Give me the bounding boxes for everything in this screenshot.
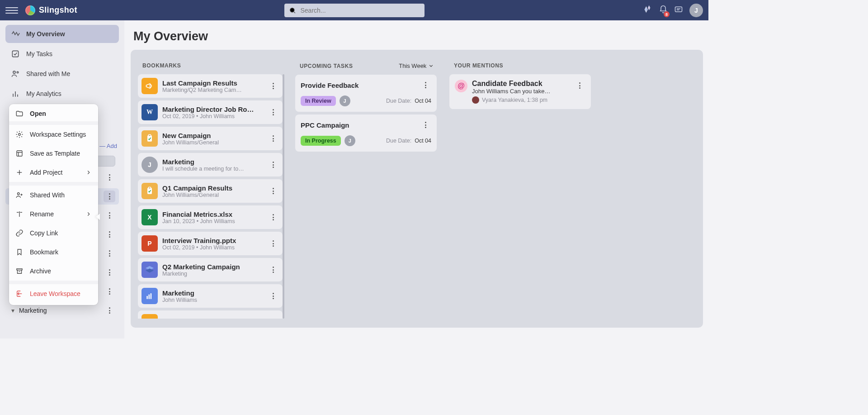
bookmark-more-button[interactable] bbox=[267, 238, 279, 249]
bookmark-subtitle: Oct 02, 2019 • John Williams bbox=[162, 244, 263, 251]
search-input-container[interactable] bbox=[284, 4, 425, 17]
bookmark-item[interactable]: WMarketing Director Job Ro…Oct 02, 2019 … bbox=[138, 100, 283, 124]
user-avatar[interactable]: J bbox=[689, 4, 703, 17]
bookmarks-list[interactable]: Last Campaign ResultsMarketing/Q2 Market… bbox=[138, 74, 284, 319]
bookmark-subtitle: John Williams/General bbox=[162, 139, 263, 146]
context-menu-rename[interactable]: Rename bbox=[9, 205, 98, 224]
context-menu-add-project[interactable]: Add Project bbox=[9, 163, 98, 182]
context-menu-open[interactable]: Open bbox=[9, 106, 98, 125]
workspace-more-button[interactable] bbox=[104, 248, 115, 259]
file-type-icon bbox=[142, 78, 158, 94]
bookmark-title: Financial Metrics.xlsx bbox=[162, 210, 263, 218]
brand[interactable]: Slingshot bbox=[25, 5, 77, 15]
sidebar-item-tasks[interactable]: My Tasks bbox=[5, 45, 119, 63]
svg-marker-31 bbox=[146, 268, 154, 272]
chevron-right-icon bbox=[85, 211, 92, 217]
task-assignee-avatar[interactable]: J bbox=[340, 95, 350, 106]
file-type-icon bbox=[142, 288, 158, 304]
sidebar-item-label: My Overview bbox=[26, 30, 65, 38]
bookmark-more-button[interactable] bbox=[267, 133, 279, 144]
messages-icon[interactable] bbox=[674, 5, 683, 15]
bookmark-item[interactable]: JMarketingI will schedule a meeting for … bbox=[138, 153, 283, 176]
bookmark-item[interactable]: Q2 Marketing CampaignMarketing bbox=[138, 258, 283, 281]
brand-label: Slingshot bbox=[39, 5, 77, 15]
workspace-more-button[interactable] bbox=[104, 172, 115, 183]
ai-sparkle-icon[interactable] bbox=[642, 5, 652, 16]
bookmark-more-button[interactable] bbox=[267, 264, 279, 276]
file-type-icon: P bbox=[142, 235, 158, 252]
context-menu-copy-link[interactable]: Copy Link bbox=[9, 224, 98, 243]
sidebar-item-analytics[interactable]: My Analytics bbox=[5, 85, 119, 103]
mention-item[interactable]: @Candidate FeedbackJohn Williams Can you… bbox=[449, 74, 591, 109]
context-menu-bookmark[interactable]: Bookmark bbox=[9, 243, 98, 262]
svg-rect-5 bbox=[12, 51, 18, 57]
sidebar-item-overview[interactable]: My Overview bbox=[5, 25, 119, 43]
bookmark-item[interactable]: XFinancial Metrics.xlsxJan 10, 2023 • Jo… bbox=[138, 205, 283, 229]
context-menu-save-template[interactable]: Save as Template bbox=[9, 144, 98, 163]
bookmark-item[interactable]: MarketingJohn Williams bbox=[138, 284, 283, 308]
svg-point-17 bbox=[18, 193, 20, 195]
mention-meta: Vyara Yanakieva, 1:38 pm bbox=[472, 96, 569, 104]
file-type-icon: J bbox=[142, 157, 158, 173]
bookmark-subtitle: I will schedule a meeting for to… bbox=[162, 166, 263, 172]
bookmark-more-button[interactable] bbox=[267, 185, 279, 197]
bookmark-title: Marketing Director Job Ro… bbox=[162, 105, 263, 113]
task-more-button[interactable] bbox=[420, 79, 431, 91]
mention-more-button[interactable] bbox=[574, 80, 585, 91]
tasks-panel: UPCOMING TASKS This Week Provide Feedbac… bbox=[293, 56, 440, 323]
task-item[interactable]: Provide FeedbackIn ReviewJDue Date: Oct … bbox=[295, 75, 437, 112]
workspace-more-button[interactable] bbox=[104, 305, 115, 316]
task-item[interactable]: PPC CampaignIn ProgressJDue Date: Oct 04 bbox=[295, 114, 437, 152]
bookmark-subtitle: Jan 10, 2023 • John Williams bbox=[162, 218, 263, 224]
mention-title: Candidate Feedback bbox=[472, 80, 569, 88]
bookmark-title: Last Campaign Results bbox=[162, 79, 263, 87]
add-workspace-link[interactable]: — Add bbox=[99, 143, 117, 149]
context-menu-shared-with[interactable]: Shared With bbox=[9, 186, 98, 205]
search-input[interactable] bbox=[300, 6, 420, 14]
bookmark-more-button[interactable] bbox=[267, 211, 279, 223]
task-more-button[interactable] bbox=[420, 119, 431, 131]
bookmarks-panel: BOOKMARKS Last Campaign ResultsMarketing… bbox=[136, 56, 286, 323]
workspace-more-button[interactable] bbox=[104, 229, 115, 240]
sidebar-item-shared[interactable]: Shared with Me bbox=[5, 65, 119, 83]
context-menu-leave[interactable]: Leave Workspace bbox=[9, 284, 98, 303]
context-menu-settings[interactable]: Workspace Settings bbox=[9, 125, 98, 144]
task-status-badge: In Review bbox=[301, 96, 336, 106]
context-menu-archive[interactable]: Archive bbox=[9, 262, 98, 281]
panel-title: YOUR MENTIONS bbox=[454, 62, 503, 69]
file-type-icon bbox=[142, 183, 158, 199]
bookmark-title: Interview Training.pptx bbox=[162, 237, 263, 244]
workspace-more-button[interactable] bbox=[104, 286, 115, 297]
bookmark-item[interactable]: PInterview Training.pptxOct 02, 2019 • J… bbox=[138, 232, 283, 255]
sidebar-item-label: My Analytics bbox=[26, 90, 61, 97]
bookmark-more-button[interactable] bbox=[267, 290, 279, 302]
notifications-button[interactable]: 8 bbox=[659, 5, 668, 15]
chevron-down-icon bbox=[428, 63, 434, 69]
tasks-filter-dropdown[interactable]: This Week bbox=[399, 62, 434, 69]
bookmark-more-button[interactable] bbox=[267, 316, 279, 319]
bookmark-more-button[interactable] bbox=[267, 159, 279, 171]
search-icon bbox=[289, 7, 296, 14]
workspace-more-button[interactable] bbox=[104, 267, 115, 278]
bookmark-more-button[interactable] bbox=[267, 106, 279, 118]
top-bar: Slingshot 8 J bbox=[0, 0, 708, 20]
bookmark-item[interactable]: New CampaignJohn Williams/General bbox=[138, 127, 283, 150]
svg-rect-34 bbox=[151, 293, 152, 299]
context-menu-pointer bbox=[96, 214, 100, 220]
task-assignee-avatar[interactable]: J bbox=[344, 135, 355, 146]
bookmark-item[interactable]: Candidate Feedback ● bbox=[138, 310, 283, 319]
workspace-more-button[interactable] bbox=[104, 210, 115, 221]
menu-toggle-icon[interactable] bbox=[5, 4, 18, 17]
workspace-more-button[interactable] bbox=[104, 191, 115, 202]
file-type-icon bbox=[142, 130, 158, 147]
bookmark-item[interactable]: Q1 Campaign ResultsJohn Williams/General bbox=[138, 179, 283, 203]
svg-rect-29 bbox=[149, 187, 151, 189]
sidebar-item-label: My Tasks bbox=[26, 50, 52, 57]
svg-point-6 bbox=[13, 71, 15, 73]
app-body: My Overview My Tasks Shared with Me My A… bbox=[0, 20, 708, 339]
bookmark-more-button[interactable] bbox=[267, 80, 279, 92]
svg-point-7 bbox=[17, 72, 18, 73]
bookmark-item[interactable]: Last Campaign ResultsMarketing/Q2 Market… bbox=[138, 74, 283, 98]
task-due-date: Due Date: Oct 04 bbox=[386, 138, 431, 144]
mention-icon: @ bbox=[455, 80, 467, 92]
